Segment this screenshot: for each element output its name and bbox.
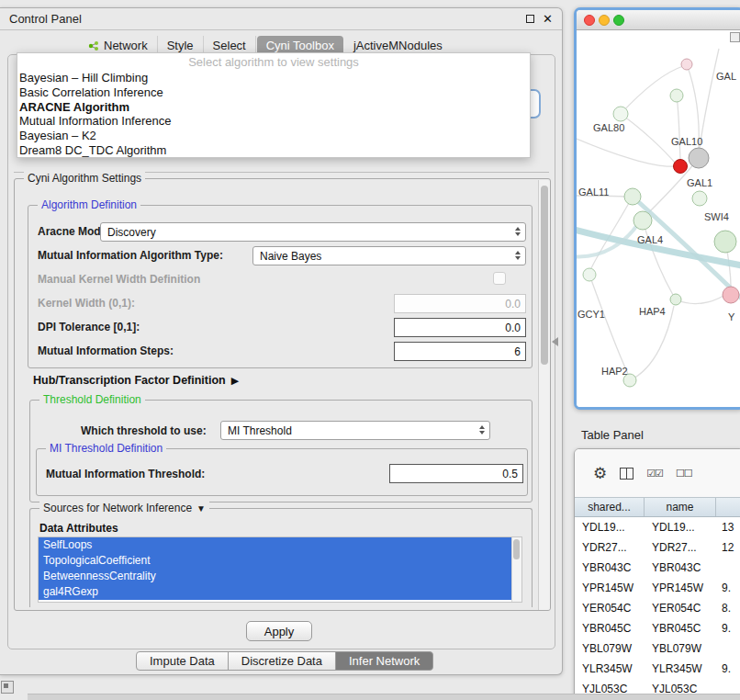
graph-node[interactable] xyxy=(670,294,681,305)
node-label-gal11[interactable]: GAL11 xyxy=(578,186,609,198)
column-header-extra[interactable] xyxy=(716,498,740,516)
graph-edge xyxy=(621,114,675,163)
settings-scrollbar[interactable] xyxy=(538,180,550,610)
graph-edge xyxy=(676,296,723,304)
mi-steps-label: Mutual Information Steps: xyxy=(38,344,174,357)
manual-kernel-checkbox[interactable] xyxy=(493,272,506,285)
graph-node[interactable] xyxy=(714,231,736,253)
mi-threshold-definition-group: MI Threshold Definition Mutual Informati… xyxy=(36,448,528,496)
table-row[interactable]: YBR043C YBR043C xyxy=(575,558,740,578)
dpi-tolerance-field[interactable]: 0.0 xyxy=(394,318,526,337)
list-item[interactable]: gal4RGexp xyxy=(39,584,511,600)
apply-button[interactable]: Apply xyxy=(246,621,312,641)
tab-label: Style xyxy=(167,40,194,52)
algorithm-dropdown-popup: Select algorithm to view settings Bayesi… xyxy=(17,52,531,158)
table-row[interactable]: YDR27... YDR27... 12 xyxy=(575,537,740,558)
list-item[interactable]: SelfLoops xyxy=(39,537,511,553)
network-view-window: GAL GAL80 GAL10 GAL11 GAL1 SWI4 GAL4 GCY… xyxy=(574,7,740,410)
menu-item[interactable]: Bayesian – K2 xyxy=(17,129,530,143)
expand-right-icon[interactable]: ▶ xyxy=(231,375,239,387)
float-icon[interactable] xyxy=(526,15,534,23)
close-icon[interactable] xyxy=(584,15,595,26)
columns-icon[interactable] xyxy=(620,468,633,480)
graph-node[interactable] xyxy=(624,188,641,205)
graph-node[interactable] xyxy=(633,211,652,230)
cell: YDR27... xyxy=(575,541,645,554)
aracne-mode-select[interactable]: Discovery xyxy=(100,222,526,242)
minimize-icon[interactable] xyxy=(599,15,610,26)
tab-label: Network xyxy=(104,40,148,52)
select-all-icon[interactable]: ☑☑ xyxy=(646,468,663,480)
tab-infer-network[interactable]: Infer Network xyxy=(335,651,433,671)
mi-type-select[interactable]: Naive Bayes xyxy=(252,246,526,265)
node-label-gal10[interactable]: GAL10 xyxy=(671,136,702,147)
hub-definition-label: Hub/Transcription Factor Definition xyxy=(33,374,226,387)
menu-item[interactable]: Basic Correlation Inference xyxy=(17,85,530,100)
corner-widget[interactable] xyxy=(730,32,740,42)
graph-node[interactable] xyxy=(583,268,596,281)
graph-edge xyxy=(589,275,628,374)
node-label-gal80[interactable]: GAL80 xyxy=(593,122,624,133)
hub-definition-toggle[interactable]: Hub/Transcription Factor Definition ▶ xyxy=(33,374,239,387)
graph-node[interactable] xyxy=(670,89,683,102)
node-label-y[interactable]: Y xyxy=(728,311,734,322)
network-window-titlebar[interactable] xyxy=(577,10,740,30)
list-item[interactable]: BetweennessCentrality xyxy=(39,569,511,584)
control-panel-titlebar[interactable]: Control Panel ✕ xyxy=(0,8,562,30)
node-label-hap4[interactable]: HAP4 xyxy=(639,306,666,317)
mi-threshold-field[interactable]: 0.5 xyxy=(389,464,523,483)
table-row[interactable]: YPR145W YPR145W 9. xyxy=(575,578,740,598)
deselect-all-icon[interactable]: ☐☐ xyxy=(676,468,692,480)
list-item[interactable]: TopologicalCoefficient xyxy=(39,553,511,569)
cell: 9. xyxy=(716,581,740,594)
node-label-gal1[interactable]: GAL1 xyxy=(687,177,712,188)
table-row[interactable]: YBR045C YBR045C 9. xyxy=(575,618,740,638)
collapse-down-icon[interactable]: ▼ xyxy=(196,503,206,514)
aracne-mode-value: Discovery xyxy=(107,226,156,239)
cell: YLR345W xyxy=(575,662,645,675)
node-label-gcy1[interactable]: GCY1 xyxy=(577,309,605,320)
node-label-gal4[interactable]: GAL4 xyxy=(637,234,663,245)
node-label-hap2[interactable]: HAP2 xyxy=(601,366,628,377)
tab-impute-data[interactable]: Impute Data xyxy=(136,651,229,671)
list-scrollbar[interactable] xyxy=(511,537,521,602)
mi-steps-field[interactable]: 6 xyxy=(394,342,526,361)
zoom-icon[interactable] xyxy=(613,15,624,26)
table-row[interactable]: YDL19... YDL19... 13 xyxy=(575,517,740,537)
column-header-name[interactable]: name xyxy=(645,498,716,516)
collapsed-panel-icon[interactable] xyxy=(1,681,14,694)
close-icon[interactable]: ✕ xyxy=(543,13,553,25)
mi-threshold-label: Mutual Information Threshold: xyxy=(46,468,205,480)
menu-item[interactable]: Dream8 DC_TDC Algorithm xyxy=(17,143,530,158)
menu-item-selected[interactable]: ARACNE Algorithm xyxy=(17,100,530,115)
table-row[interactable]: YLR345W YLR345W 9. xyxy=(575,659,740,679)
threshold-definition-group: Threshold Definition Which threshold to … xyxy=(29,400,533,502)
graph-node-selected[interactable] xyxy=(674,160,688,174)
table-panel-window: ⚙ ☑☑ ☐☐ shared... name YDL19... YDL19...… xyxy=(574,448,740,700)
menu-item[interactable]: Bayesian – Hill Climbing xyxy=(17,71,530,85)
column-header-shared-name[interactable]: shared... xyxy=(575,498,645,516)
cell: YBL079W xyxy=(645,642,716,655)
graph-node[interactable] xyxy=(613,107,628,121)
group-title: Cyni Algorithm Settings xyxy=(24,172,145,185)
splitter-collapse-icon[interactable] xyxy=(552,337,558,346)
kernel-width-field[interactable]: 0.0 xyxy=(394,294,526,313)
cyni-mode-tabs: Impute Data Discretize Data Infer Networ… xyxy=(136,651,433,671)
sources-toggle[interactable]: Sources for Network Inference ▼ xyxy=(39,502,209,514)
node-label-gal[interactable]: GAL xyxy=(716,71,736,82)
tab-label: Cyni Toolbox xyxy=(266,40,334,52)
graph-node-hub[interactable] xyxy=(689,148,709,168)
which-threshold-select[interactable]: MI Threshold xyxy=(220,421,490,440)
table-row[interactable]: YBL079W YBL079W xyxy=(575,638,740,659)
graph-node[interactable] xyxy=(692,191,707,206)
menu-item[interactable]: Mutual Information Inference xyxy=(17,114,530,129)
cell: YLR345W xyxy=(645,662,716,675)
tab-discretize-data[interactable]: Discretize Data xyxy=(228,651,336,671)
graph-node[interactable] xyxy=(723,287,739,303)
network-canvas[interactable]: GAL GAL80 GAL10 GAL11 GAL1 SWI4 GAL4 GCY… xyxy=(577,30,740,407)
gear-icon[interactable]: ⚙ xyxy=(593,464,607,483)
group-title: Algorithm Definition xyxy=(38,198,140,211)
graph-node[interactable] xyxy=(681,59,692,70)
table-row[interactable]: YER054C YER054C 8. xyxy=(575,598,740,618)
node-label-swi4[interactable]: SWI4 xyxy=(704,211,729,222)
